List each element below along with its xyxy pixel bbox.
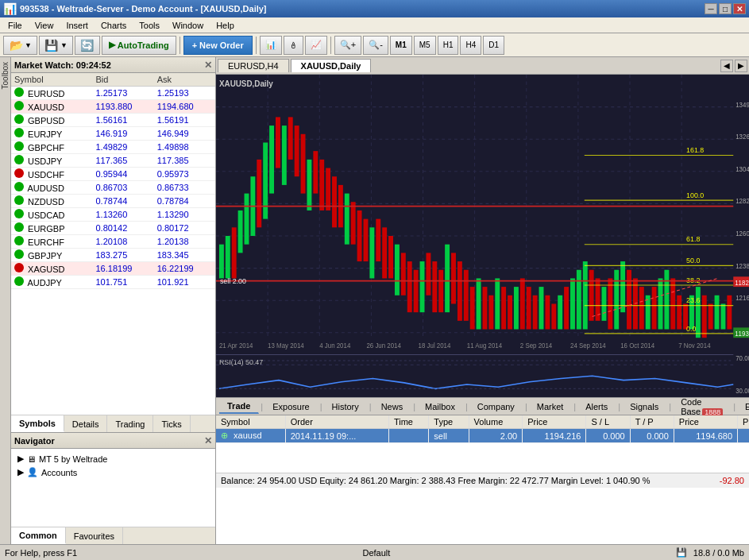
market-watch-scroll[interactable]: Symbol Bid Ask EURUSD 1.25173 1.25193 XA… xyxy=(11,73,215,415)
period-btn-m5[interactable]: M5 xyxy=(414,36,436,55)
chart-btn-line[interactable]: 📈 xyxy=(305,36,327,55)
market-row[interactable]: USDCHF 0.95944 0.95973 xyxy=(11,168,215,181)
col-ask: Ask xyxy=(154,73,215,87)
market-ask: 0.95973 xyxy=(154,168,215,181)
green-dot-icon xyxy=(14,114,24,124)
chart-canvas[interactable]: 161.8 100.0 61.8 50.0 38.2 23.6 0.0 sell… xyxy=(216,75,749,397)
tab-experts[interactable]: Experts xyxy=(737,400,749,413)
toolbar-btn-3[interactable]: 🔄 xyxy=(75,36,100,55)
tab-favourites[interactable]: Favourites xyxy=(66,527,123,544)
toolbar-separator-1 xyxy=(180,37,180,54)
nav-item-accounts[interactable]: ▶ 👤 Accounts xyxy=(14,465,212,479)
toolbar-btn-1[interactable]: 📂▼ xyxy=(3,36,37,55)
svg-text:38.2: 38.2 xyxy=(686,276,700,284)
market-row[interactable]: AUDJPY 101.751 101.921 xyxy=(11,276,215,289)
th-profit: Profit xyxy=(738,415,749,429)
menu-view[interactable]: View xyxy=(29,19,60,32)
new-order-button[interactable]: + New Order xyxy=(183,36,253,55)
chart-tab-xauusd[interactable]: XAUUSD,Daily xyxy=(291,59,372,72)
nav-item-mt5[interactable]: ▶ 🖥 MT 5 by Weltrade xyxy=(14,452,212,465)
chart-btn-bar[interactable]: 📊 xyxy=(260,36,282,55)
menu-file[interactable]: File xyxy=(2,19,29,32)
minimize-button[interactable]: ─ xyxy=(705,3,717,14)
zoom-out-btn[interactable]: 🔍- xyxy=(363,36,388,55)
tab-exposure[interactable]: Exposure xyxy=(264,400,318,413)
svg-rect-71 xyxy=(545,295,550,330)
svg-text:1238.296: 1238.296 xyxy=(735,262,749,269)
market-row[interactable]: EURGBP 0.80142 0.80172 xyxy=(11,222,215,235)
tab-common[interactable]: Common xyxy=(11,527,66,544)
period-btn-m1[interactable]: M1 xyxy=(390,36,412,55)
trade-price: 1194.216 xyxy=(523,429,586,443)
tab-signals[interactable]: Signals xyxy=(622,400,667,413)
market-watch-panel: Market Watch: 09:24:52 ✕ Symbol Bid Ask xyxy=(11,57,215,433)
menu-tools[interactable]: Tools xyxy=(133,19,166,32)
tab-market[interactable]: Market xyxy=(529,400,573,413)
period-btn-d1[interactable]: D1 xyxy=(483,36,504,55)
menu-insert[interactable]: Insert xyxy=(60,19,95,32)
svg-rect-20 xyxy=(226,236,230,278)
svg-rect-96 xyxy=(702,295,707,338)
tab-codebase[interactable]: Code Base1888 xyxy=(673,396,732,418)
tab-history[interactable]: History xyxy=(324,400,368,413)
market-row[interactable]: GBPJPY 183.275 183.345 xyxy=(11,249,215,262)
tab-symbols[interactable]: Symbols xyxy=(11,415,64,432)
green-dot-icon xyxy=(14,209,24,218)
chart-nav-left[interactable]: ◀ xyxy=(720,60,733,72)
market-row[interactable]: EURJPY 146.919 146.949 xyxy=(11,127,215,141)
bottom-tabs-bar: Trade | Exposure | History | News | Mail… xyxy=(216,398,749,415)
disk-icon: 💾 xyxy=(676,547,687,558)
market-row[interactable]: XAUUSD 1193.880 1194.680 xyxy=(11,100,215,114)
market-row[interactable]: EURCHF 1.20108 1.20138 xyxy=(11,235,215,249)
toolbar-btn-2[interactable]: 💾▼ xyxy=(39,36,73,55)
tab-company[interactable]: Company xyxy=(469,400,523,413)
close-button[interactable]: ✕ xyxy=(733,3,746,14)
menu-window[interactable]: Window xyxy=(166,19,210,32)
navigator-header: Navigator ✕ xyxy=(11,433,215,449)
market-row[interactable]: AUDUSD 0.86703 0.86733 xyxy=(11,181,215,195)
trade-price2: 1194.680 xyxy=(674,429,737,443)
menu-help[interactable]: Help xyxy=(210,19,241,32)
autotrading-button[interactable]: ▶ AutoTrading xyxy=(102,36,176,55)
market-row[interactable]: USDJPY 117.365 117.385 xyxy=(11,154,215,168)
trade-tp: 0.000 xyxy=(630,429,674,443)
tab-alerts[interactable]: Alerts xyxy=(577,400,616,413)
svg-text:2 Sep 2014: 2 Sep 2014 xyxy=(520,342,553,350)
tab-trading[interactable]: Trading xyxy=(107,415,153,432)
svg-rect-82 xyxy=(614,270,619,330)
trade-profit: -92.80 xyxy=(738,429,749,443)
market-row[interactable]: USDCAD 1.13260 1.13290 xyxy=(11,208,215,222)
tab-mailbox[interactable]: Mailbox xyxy=(417,400,464,413)
menu-charts[interactable]: Charts xyxy=(95,19,133,32)
period-btn-h4[interactable]: H4 xyxy=(460,36,481,55)
trade-table-scroll[interactable]: Symbol Order Time Type Volume Price S / … xyxy=(216,415,749,473)
period-btn-h1[interactable]: H1 xyxy=(438,36,459,55)
svg-text:24 Sep 2014: 24 Sep 2014 xyxy=(570,342,606,350)
market-row[interactable]: GBPCHF 1.49829 1.49898 xyxy=(11,141,215,154)
chart-nav-right[interactable]: ▶ xyxy=(735,60,747,72)
th-type: Type xyxy=(429,415,469,429)
tab-details[interactable]: Details xyxy=(64,415,108,432)
tab-trade[interactable]: Trade xyxy=(219,400,259,414)
market-row[interactable]: EURUSD 1.25173 1.25193 xyxy=(11,87,215,100)
zoom-in-btn[interactable]: 🔍+ xyxy=(334,36,361,55)
svg-rect-81 xyxy=(608,278,612,329)
balance-profit: -92.80 xyxy=(720,476,744,485)
svg-text:70.00: 70.00 xyxy=(735,355,749,362)
market-symbol: EURUSD xyxy=(11,87,93,100)
svg-rect-69 xyxy=(533,295,538,330)
trade-row-1[interactable]: ⊕ xauusd 2014.11.19 09:... sell 2.00 119… xyxy=(216,429,749,443)
balance-text: Balance: 24 954.00 USD Equity: 24 861.20… xyxy=(221,476,651,485)
window-title: 993538 - Weltrade-Server - Demo Account … xyxy=(20,4,267,14)
tab-news[interactable]: News xyxy=(373,400,412,413)
market-row[interactable]: NZDUSD 0.78744 0.78784 xyxy=(11,195,215,208)
maximize-button[interactable]: □ xyxy=(719,3,732,14)
svg-rect-56 xyxy=(451,253,456,303)
chart-tab-eurusd[interactable]: EURUSD,H4 xyxy=(218,59,289,72)
market-watch-close[interactable]: ✕ xyxy=(204,60,212,71)
chart-btn-candle[interactable]: 🕯 xyxy=(284,36,303,55)
tab-ticks[interactable]: Ticks xyxy=(153,415,190,432)
market-row[interactable]: GBPUSD 1.56161 1.56191 xyxy=(11,114,215,127)
market-row[interactable]: XAGUSD 16.18199 16.22199 xyxy=(11,262,215,276)
navigator-close[interactable]: ✕ xyxy=(204,435,212,446)
